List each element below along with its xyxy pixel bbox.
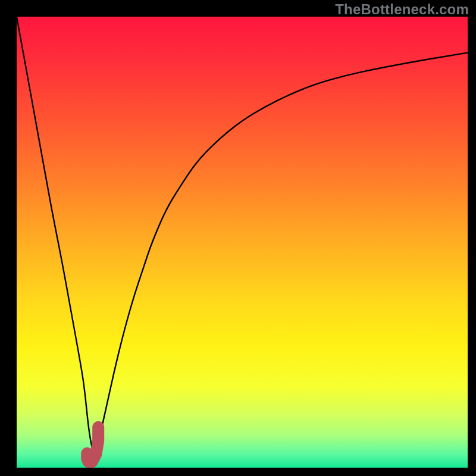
bottleneck-curve xyxy=(17,17,468,451)
chart-frame: TheBottleneck.com xyxy=(0,0,476,476)
watermark-text: TheBottleneck.com xyxy=(335,1,469,18)
chart-svg xyxy=(17,17,468,468)
plot-area xyxy=(17,17,468,468)
